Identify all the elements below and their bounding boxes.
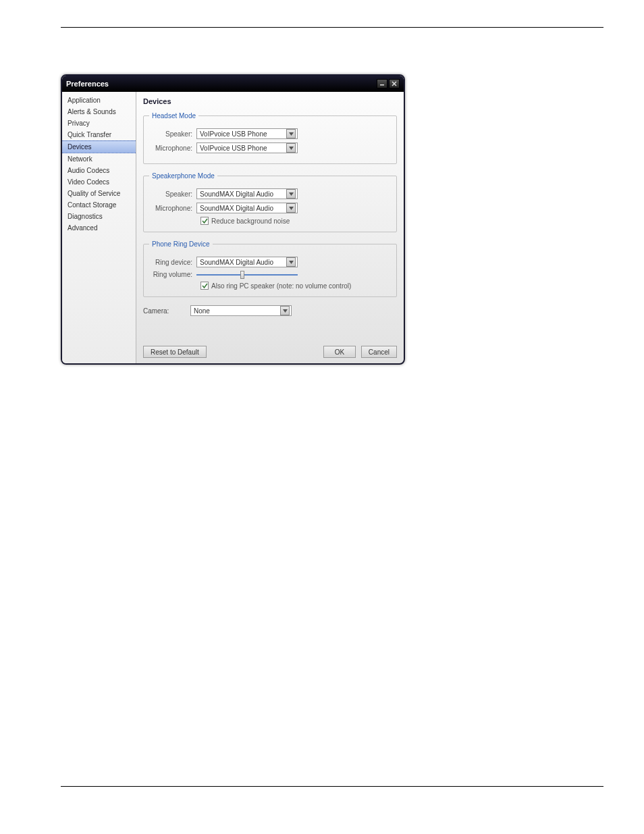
check-icon bbox=[202, 283, 208, 289]
ring-volume-row: Ring volume: bbox=[149, 271, 391, 278]
chevron-down-icon bbox=[286, 189, 296, 199]
also-ring-checkbox[interactable] bbox=[200, 282, 209, 290]
headset-mic-label: Microphone: bbox=[149, 145, 196, 152]
ring-device-row: Ring device: SoundMAX Digital Audio bbox=[149, 257, 391, 267]
speakerphone-legend: Speakerphone Mode bbox=[149, 172, 217, 180]
chevron-down-icon bbox=[280, 306, 290, 315]
speakerphone-mic-row: Microphone: SoundMAX Digital Audio bbox=[149, 203, 391, 213]
reset-to-default-button[interactable]: Reset to Default bbox=[143, 346, 207, 358]
speakerphone-speaker-value: SoundMAX Digital Audio bbox=[200, 190, 286, 198]
camera-dropdown[interactable]: None bbox=[190, 305, 292, 316]
ring-device-label: Ring device: bbox=[149, 259, 196, 266]
chevron-down-icon bbox=[286, 203, 296, 213]
reduce-noise-row: Reduce background noise bbox=[200, 217, 391, 225]
speakerphone-mic-dropdown[interactable]: SoundMAX Digital Audio bbox=[196, 203, 298, 213]
sidebar-item-quick-transfer[interactable]: Quick Transfer bbox=[62, 129, 136, 140]
sidebar-item-devices[interactable]: Devices bbox=[62, 140, 136, 153]
sidebar-item-diagnostics[interactable]: Diagnostics bbox=[62, 211, 136, 222]
slider-track bbox=[196, 274, 298, 276]
headset-speaker-value: VoIPvoice USB Phone bbox=[200, 130, 286, 138]
sidebar-item-privacy[interactable]: Privacy bbox=[62, 118, 136, 129]
headset-mode-group: Headset Mode Speaker: VoIPvoice USB Phon… bbox=[143, 112, 397, 164]
sidebar: ApplicationAlerts & SoundsPrivacyQuick T… bbox=[62, 92, 136, 363]
content-panel: Devices Headset Mode Speaker: VoIPvoice … bbox=[136, 92, 404, 363]
ring-device-value: SoundMAX Digital Audio bbox=[200, 259, 286, 266]
ring-volume-slider[interactable] bbox=[196, 274, 298, 276]
svg-rect-0 bbox=[380, 84, 384, 86]
close-icon bbox=[392, 81, 397, 86]
sidebar-item-alerts-sounds[interactable]: Alerts & Sounds bbox=[62, 106, 136, 118]
ok-button[interactable]: OK bbox=[323, 346, 356, 358]
speakerphone-mic-label: Microphone: bbox=[149, 205, 196, 212]
headset-speaker-label: Speaker: bbox=[149, 130, 196, 138]
camera-row: Camera: None bbox=[143, 305, 397, 316]
minimize-button[interactable] bbox=[377, 79, 387, 88]
window-title: Preferences bbox=[66, 80, 109, 88]
chevron-down-icon bbox=[286, 257, 296, 267]
minimize-icon bbox=[379, 81, 385, 86]
check-icon bbox=[202, 218, 208, 224]
slider-thumb[interactable] bbox=[240, 271, 244, 279]
speakerphone-speaker-label: Speaker: bbox=[149, 190, 196, 198]
sidebar-item-quality-of-service[interactable]: Quality of Service bbox=[62, 188, 136, 199]
also-ring-label: Also ring PC speaker (note: no volume co… bbox=[211, 282, 351, 290]
sidebar-item-contact-storage[interactable]: Contact Storage bbox=[62, 199, 136, 211]
sidebar-item-network[interactable]: Network bbox=[62, 153, 136, 165]
speakerphone-speaker-row: Speaker: SoundMAX Digital Audio bbox=[149, 188, 391, 199]
chevron-down-icon bbox=[286, 129, 296, 138]
camera-label: Camera: bbox=[143, 307, 190, 315]
speakerphone-speaker-dropdown[interactable]: SoundMAX Digital Audio bbox=[196, 188, 298, 199]
headset-speaker-row: Speaker: VoIPvoice USB Phone bbox=[149, 128, 391, 139]
preferences-dialog: Preferences ApplicationAlerts & SoundsPr… bbox=[61, 74, 405, 365]
dialog-body: ApplicationAlerts & SoundsPrivacyQuick T… bbox=[62, 92, 404, 363]
headset-legend: Headset Mode bbox=[149, 112, 198, 120]
document-page: Preferences ApplicationAlerts & SoundsPr… bbox=[0, 0, 644, 834]
headset-mic-dropdown[interactable]: VoIPvoice USB Phone bbox=[196, 142, 298, 153]
bottom-hr bbox=[61, 786, 603, 787]
ring-volume-label: Ring volume: bbox=[149, 271, 196, 278]
panel-title: Devices bbox=[143, 97, 397, 105]
reduce-noise-checkbox[interactable] bbox=[200, 217, 209, 225]
also-ring-row: Also ring PC speaker (note: no volume co… bbox=[200, 282, 391, 290]
close-button[interactable] bbox=[389, 79, 400, 88]
camera-value: None bbox=[194, 307, 280, 315]
reduce-noise-label: Reduce background noise bbox=[211, 217, 290, 225]
headset-mic-row: Microphone: VoIPvoice USB Phone bbox=[149, 142, 391, 153]
speakerphone-mic-value: SoundMAX Digital Audio bbox=[200, 205, 286, 212]
sidebar-item-advanced[interactable]: Advanced bbox=[62, 222, 136, 234]
chevron-down-icon bbox=[286, 143, 296, 153]
cancel-button[interactable]: Cancel bbox=[361, 346, 397, 358]
phone-ring-legend: Phone Ring Device bbox=[149, 240, 213, 248]
titlebar: Preferences bbox=[62, 76, 404, 92]
dialog-footer: Reset to Default OK Cancel bbox=[143, 346, 397, 358]
phone-ring-group: Phone Ring Device Ring device: SoundMAX … bbox=[143, 240, 397, 297]
sidebar-item-video-codecs[interactable]: Video Codecs bbox=[62, 176, 136, 188]
sidebar-item-audio-codecs[interactable]: Audio Codecs bbox=[62, 165, 136, 176]
speakerphone-mode-group: Speakerphone Mode Speaker: SoundMAX Digi… bbox=[143, 172, 397, 232]
top-hr bbox=[61, 27, 603, 28]
sidebar-item-application[interactable]: Application bbox=[62, 95, 136, 106]
headset-speaker-dropdown[interactable]: VoIPvoice USB Phone bbox=[196, 128, 298, 139]
ring-device-dropdown[interactable]: SoundMAX Digital Audio bbox=[196, 257, 298, 267]
headset-mic-value: VoIPvoice USB Phone bbox=[200, 145, 286, 152]
